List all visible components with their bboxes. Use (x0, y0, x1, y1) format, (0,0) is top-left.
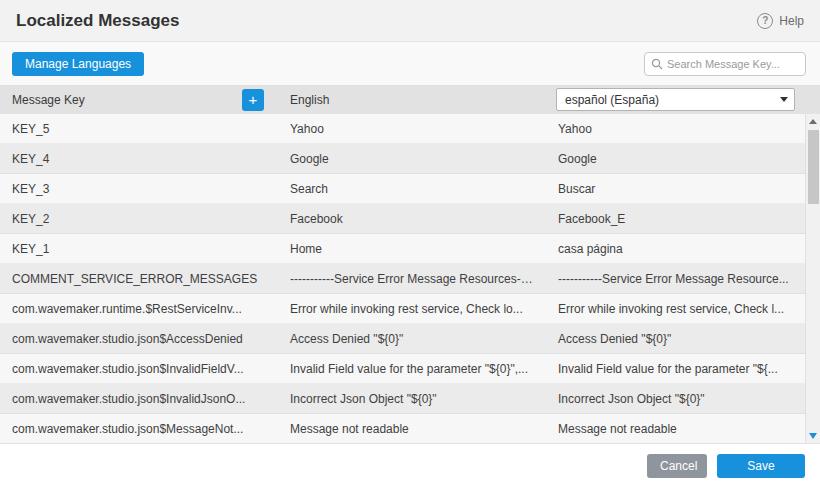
column-header-english: English (278, 93, 546, 107)
table-row[interactable]: com.wavemaker.studio.json$AccessDenied A… (0, 324, 805, 354)
table-row[interactable]: KEY_3 Search Buscar (0, 174, 805, 204)
cell-english[interactable]: -----------Service Error Message Resourc… (278, 272, 546, 286)
cell-message-key: com.wavemaker.studio.json$MessageNot... (0, 422, 278, 436)
cell-translation[interactable]: Message not readable (546, 422, 805, 436)
messages-table: Message Key + English español (España) K… (0, 85, 820, 443)
cell-english[interactable]: Invalid Field value for the parameter "$… (278, 362, 546, 376)
table-row[interactable]: KEY_2 Facebook Facebook_E (0, 204, 805, 234)
cell-translation[interactable]: -----------Service Error Message Resourc… (546, 272, 805, 286)
cell-english[interactable]: Search (278, 182, 546, 196)
cell-message-key: KEY_5 (0, 122, 278, 136)
cell-english[interactable]: Incorrect Json Object "${0}" (278, 392, 546, 406)
help-label: Help (779, 14, 804, 28)
cell-message-key: com.wavemaker.studio.json$InvalidJsonO..… (0, 392, 278, 406)
cell-translation[interactable]: Invalid Field value for the parameter "$… (546, 362, 805, 376)
scrollbar-down-arrow[interactable] (806, 428, 820, 443)
cell-english[interactable]: Access Denied "${0}" (278, 332, 546, 346)
page-title: Localized Messages (16, 11, 179, 31)
cell-message-key: COMMENT_SERVICE_ERROR_MESSAGES (0, 272, 278, 286)
search-box[interactable] (644, 52, 806, 76)
vertical-scrollbar[interactable] (805, 114, 820, 443)
search-input[interactable] (667, 58, 799, 70)
cell-translation[interactable]: Facebook_E (546, 212, 805, 226)
table-row[interactable]: com.wavemaker.studio.json$InvalidJsonO..… (0, 384, 805, 414)
save-button[interactable]: Save (717, 454, 805, 478)
table-body: KEY_5 Yahoo Yahoo KEY_4 Google Google KE… (0, 114, 805, 443)
column-header-message-key: Message Key + (0, 89, 278, 111)
table-header: Message Key + English español (España) (0, 85, 820, 114)
localized-messages-dialog: Localized Messages ? Help Manage Languag… (0, 0, 820, 487)
cell-english[interactable]: Yahoo (278, 122, 546, 136)
search-icon (651, 58, 663, 70)
toolbar: Manage Languages (0, 42, 820, 85)
cell-translation[interactable]: Buscar (546, 182, 805, 196)
cell-message-key: KEY_1 (0, 242, 278, 256)
cell-message-key: KEY_3 (0, 182, 278, 196)
triangle-up-icon (809, 119, 817, 124)
add-message-key-button[interactable]: + (242, 89, 264, 111)
title-bar: Localized Messages ? Help (0, 0, 820, 42)
table-row[interactable]: KEY_5 Yahoo Yahoo (0, 114, 805, 144)
cell-english[interactable]: Google (278, 152, 546, 166)
cell-translation[interactable]: Error while invoking rest service, Check… (546, 302, 805, 316)
manage-languages-button[interactable]: Manage Languages (12, 52, 144, 76)
table-row[interactable]: com.wavemaker.studio.json$MessageNot... … (0, 414, 805, 443)
table-row[interactable]: KEY_1 Home casa página (0, 234, 805, 264)
table-row[interactable]: com.wavemaker.studio.json$InvalidFieldV.… (0, 354, 805, 384)
cell-message-key: com.wavemaker.runtime.$RestServiceInv... (0, 302, 278, 316)
table-body-wrap: KEY_5 Yahoo Yahoo KEY_4 Google Google KE… (0, 114, 820, 443)
cancel-button[interactable]: Cancel (647, 454, 707, 478)
message-key-header-label: Message Key (12, 93, 85, 107)
scrollbar-thumb[interactable] (808, 130, 819, 204)
scrollbar-up-arrow[interactable] (806, 114, 820, 129)
cell-message-key: com.wavemaker.studio.json$AccessDenied (0, 332, 278, 346)
footer-actions: Cancel Save (0, 443, 820, 487)
language-select[interactable]: español (España) (556, 88, 795, 111)
cell-english[interactable]: Home (278, 242, 546, 256)
language-select-wrap: español (España) (556, 88, 795, 111)
triangle-down-icon (809, 433, 817, 439)
cell-english[interactable]: Facebook (278, 212, 546, 226)
cell-translation[interactable]: casa página (546, 242, 805, 256)
plus-icon: + (249, 90, 258, 110)
english-header-label: English (290, 93, 329, 107)
help-question-icon: ? (757, 13, 773, 29)
cell-english[interactable]: Message not readable (278, 422, 546, 436)
cell-translation[interactable]: Access Denied "${0}" (546, 332, 805, 346)
cell-translation[interactable]: Google (546, 152, 805, 166)
cell-english[interactable]: Error while invoking rest service, Check… (278, 302, 546, 316)
table-row[interactable]: COMMENT_SERVICE_ERROR_MESSAGES ---------… (0, 264, 805, 294)
table-row[interactable]: KEY_4 Google Google (0, 144, 805, 174)
help-link[interactable]: ? Help (757, 13, 804, 29)
cell-message-key: KEY_4 (0, 152, 278, 166)
cell-message-key: KEY_2 (0, 212, 278, 226)
column-header-language: español (España) (546, 88, 805, 111)
cell-message-key: com.wavemaker.studio.json$InvalidFieldV.… (0, 362, 278, 376)
cell-translation[interactable]: Incorrect Json Object "${0}" (546, 392, 805, 406)
table-row[interactable]: com.wavemaker.runtime.$RestServiceInv...… (0, 294, 805, 324)
cell-translation[interactable]: Yahoo (546, 122, 805, 136)
